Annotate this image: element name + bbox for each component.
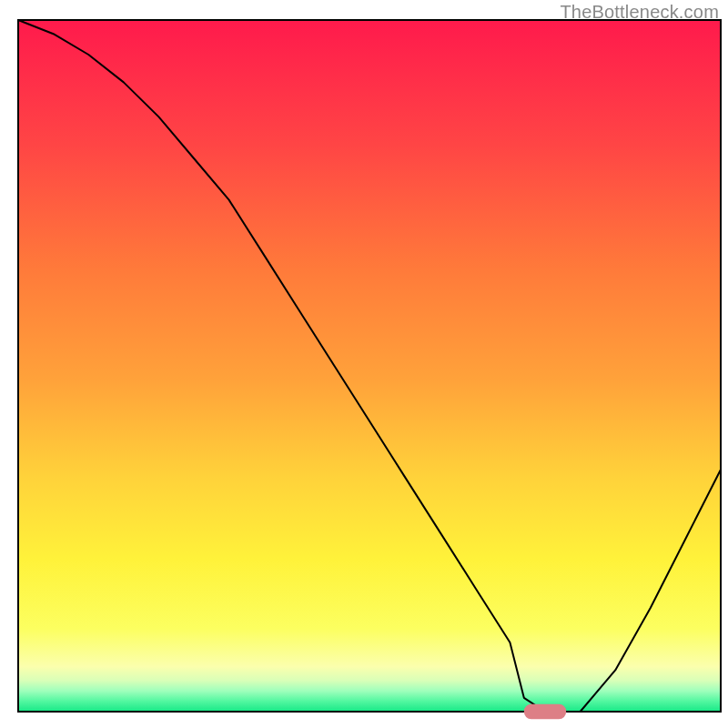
- bottleneck-chart: [0, 0, 728, 728]
- chart-container: TheBottleneck.com: [0, 0, 728, 728]
- plot-background: [18, 20, 721, 712]
- optimal-marker: [524, 704, 566, 720]
- watermark-text: TheBottleneck.com: [560, 2, 719, 23]
